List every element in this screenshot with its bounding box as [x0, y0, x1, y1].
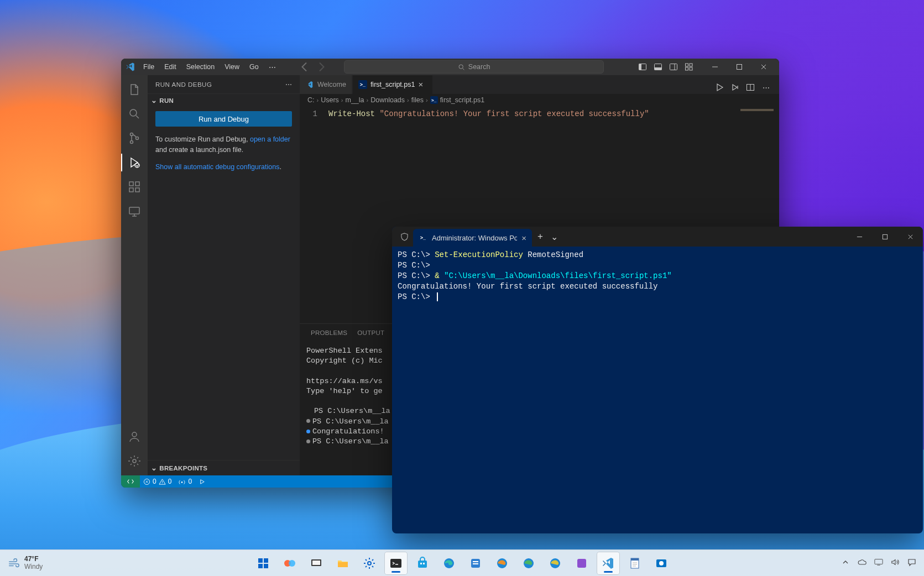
minimize-button[interactable] [847, 227, 872, 247]
split-editor-icon[interactable] [744, 81, 757, 94]
taskbar-app-terminal[interactable] [385, 552, 407, 574]
layout-sidebar-left-icon[interactable] [635, 60, 650, 74]
run-settings-icon[interactable] [728, 81, 742, 94]
run-section-header[interactable]: ⌄ RUN [148, 94, 300, 107]
open-folder-link[interactable]: open a folder [250, 135, 290, 143]
taskbar-app-edge[interactable] [438, 552, 460, 574]
activity-search-icon[interactable] [121, 103, 148, 125]
layout-customize-icon[interactable] [682, 60, 696, 74]
breadcrumb-item[interactable]: first_script.ps1 [440, 96, 485, 104]
status-debug[interactable] [195, 478, 209, 485]
powershell-file-icon: >_ [358, 80, 367, 89]
menu-selection[interactable]: Selection [182, 61, 219, 73]
start-button[interactable] [252, 552, 274, 574]
layout-sidebar-right-icon[interactable] [666, 60, 681, 74]
breadcrumb-item[interactable]: files [411, 96, 424, 104]
terminal-tab-title: Administrator: Windows Powe [432, 234, 517, 242]
maximize-button[interactable] [872, 227, 897, 247]
tray-notifications-icon[interactable] [907, 558, 916, 568]
svg-point-37 [368, 562, 371, 565]
activity-settings-icon[interactable] [121, 450, 148, 472]
nav-back-icon[interactable] [298, 60, 311, 74]
breadcrumb-item[interactable]: C: [307, 96, 315, 104]
tray-display-icon[interactable] [874, 558, 883, 568]
vscode-titlebar[interactable]: File Edit Selection View Go ⋯ Search [121, 59, 779, 75]
maximize-button[interactable] [727, 59, 751, 75]
run-and-debug-button[interactable]: Run and Debug [155, 111, 292, 127]
breadcrumb-item[interactable]: Users [321, 96, 339, 104]
tab-label: Welcome [317, 81, 346, 88]
menu-file[interactable]: File [139, 61, 159, 73]
taskbar-app-taskview[interactable] [305, 552, 327, 574]
close-button[interactable] [751, 59, 776, 75]
menu-go[interactable]: Go [245, 61, 263, 73]
terminal-body[interactable]: PS C:\> Set-ExecutionPolicy RemoteSigned… [392, 247, 923, 533]
activity-source-control-icon[interactable] [121, 127, 148, 149]
new-tab-button[interactable]: + [532, 231, 549, 242]
tab-welcome[interactable]: Welcome [300, 75, 352, 94]
taskbar-app-settings[interactable] [358, 552, 380, 574]
svg-rect-49 [577, 559, 586, 568]
show-configs-link[interactable]: Show all automatic debug configurations [155, 163, 279, 171]
taskbar-app-edge-canary[interactable] [518, 552, 540, 574]
svg-rect-21 [129, 207, 139, 214]
svg-point-12 [130, 109, 137, 116]
powershell-window: >_ Administrator: Windows Powe × + ⌄ PS … [392, 227, 923, 533]
weather-widget[interactable]: 47°F Windy [8, 556, 43, 570]
taskbar-apps [252, 552, 672, 574]
tab-dropdown-icon[interactable]: ⌄ [549, 232, 560, 242]
taskbar-app-generic-1[interactable] [464, 552, 487, 574]
tray-onedrive-icon[interactable] [858, 558, 866, 568]
taskbar-app-notepad[interactable] [624, 552, 646, 574]
breadcrumb-item[interactable]: m__la [346, 96, 364, 104]
status-ports[interactable]: 0 [175, 478, 195, 485]
breakpoints-header[interactable]: ⌄ BREAKPOINTS [148, 460, 300, 475]
run-file-icon[interactable] [713, 81, 726, 94]
sidebar-more-icon[interactable]: ⋯ [285, 81, 293, 88]
tab-close-icon[interactable]: × [418, 80, 427, 89]
terminal-titlebar[interactable]: >_ Administrator: Windows Powe × + ⌄ [392, 227, 923, 247]
tab-label: first_script.ps1 [370, 81, 415, 88]
panel-tab-output[interactable]: OUTPUT [353, 327, 389, 338]
breakpoints-label: BREAKPOINTS [159, 465, 207, 472]
tray-volume-icon[interactable] [891, 558, 900, 568]
layout-panel-icon[interactable] [651, 60, 665, 74]
activity-extensions-icon[interactable] [121, 176, 148, 198]
tab-close-icon[interactable]: × [521, 233, 526, 243]
taskbar-app-edge-beta[interactable] [491, 552, 513, 574]
pending-dot-icon [306, 419, 310, 423]
taskbar-app-copilot[interactable] [279, 552, 301, 574]
svg-point-14 [130, 141, 133, 144]
minimap[interactable] [735, 108, 779, 115]
taskbar-app-explorer[interactable] [332, 552, 354, 574]
run-debug-sidebar: RUN AND DEBUG ⋯ ⌄ RUN Run and Debug To c… [148, 75, 300, 475]
taskbar-app-vscode[interactable] [597, 552, 619, 574]
breakpoints-section: ⌄ BREAKPOINTS [148, 460, 300, 475]
tab-first-script[interactable]: >_ first_script.ps1 × [353, 75, 434, 94]
breadcrumbs[interactable]: C:› Users› m__la› Downloads› files› >_ f… [300, 94, 779, 106]
taskbar-app-generic-3[interactable] [650, 552, 672, 574]
taskbar-app-edge-dev[interactable] [544, 552, 566, 574]
svg-rect-8 [690, 64, 692, 66]
activity-run-debug-icon[interactable] [121, 151, 148, 174]
editor-more-icon[interactable]: ⋯ [759, 81, 772, 94]
close-button[interactable] [897, 227, 923, 247]
activity-remote-icon[interactable] [121, 200, 148, 222]
taskbar-app-store[interactable] [411, 552, 434, 574]
tray-chevron-up-icon[interactable] [841, 558, 850, 568]
menu-edit[interactable]: Edit [160, 61, 181, 73]
nav-forward-icon[interactable] [315, 60, 328, 74]
breadcrumb-item[interactable]: Downloads [370, 96, 405, 104]
menu-more[interactable]: ⋯ [264, 61, 280, 73]
activity-account-icon[interactable] [121, 426, 148, 448]
panel-tab-problems[interactable]: PROBLEMS [306, 327, 352, 338]
menu-view[interactable]: View [220, 61, 244, 73]
status-errors[interactable]: 0 0 [140, 478, 175, 485]
terminal-tab[interactable]: >_ Administrator: Windows Powe × [413, 229, 532, 247]
run-section-label: RUN [159, 97, 174, 104]
activity-explorer-icon[interactable] [121, 78, 148, 101]
minimize-button[interactable] [703, 59, 727, 75]
taskbar-app-generic-2[interactable] [571, 552, 593, 574]
command-center-search[interactable]: Search [344, 60, 604, 74]
remote-button[interactable] [121, 475, 140, 488]
